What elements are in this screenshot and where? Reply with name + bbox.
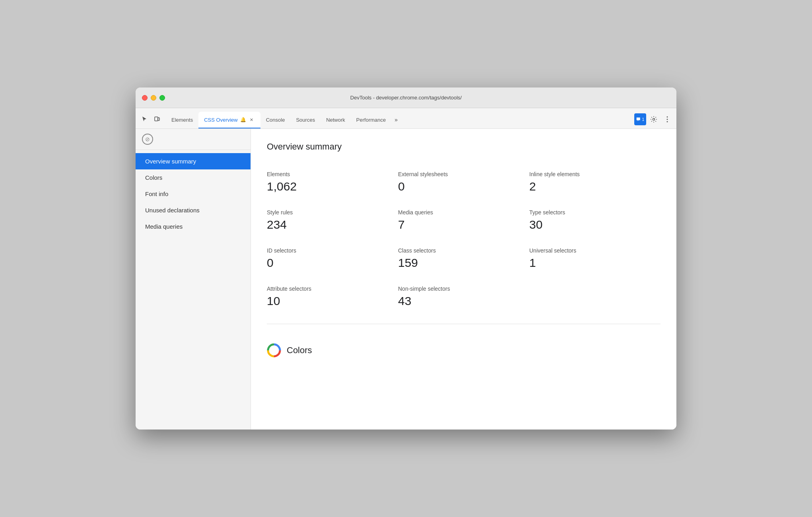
close-button[interactable]: [142, 95, 148, 101]
stat-style-rules-label: Style rules: [267, 209, 398, 216]
devtools-window: DevTools - developer.chrome.com/tags/dev…: [136, 87, 676, 430]
colors-circle-icon: [267, 343, 281, 358]
svg-point-4: [667, 119, 668, 120]
tab-sources-label: Sources: [296, 117, 315, 123]
bell-icon: 🔔: [240, 117, 246, 122]
sidebar-item-media-queries-label: Media queries: [145, 223, 183, 230]
more-tabs-button[interactable]: »: [391, 112, 401, 128]
stat-media-queries-value: 7: [398, 218, 529, 231]
tab-network[interactable]: Network: [321, 112, 351, 128]
tab-right-icons: 1: [634, 113, 673, 128]
colors-section: Colors: [267, 334, 660, 361]
stat-external-stylesheets-label: External stylesheets: [398, 171, 529, 177]
stat-row-4: Attribute selectors 10 Non-simple select…: [267, 279, 660, 314]
tab-elements-label: Elements: [171, 117, 193, 123]
stat-style-rules-value: 234: [267, 218, 398, 231]
tab-sources[interactable]: Sources: [290, 112, 321, 128]
svg-rect-1: [158, 118, 159, 121]
tab-css-overview[interactable]: CSS Overview 🔔 ✕: [198, 112, 260, 128]
content-area[interactable]: Overview summary Elements 1,062 External…: [251, 129, 676, 430]
stat-elements: Elements 1,062: [267, 165, 398, 200]
stat-class-selectors-value: 159: [398, 256, 529, 270]
svg-point-3: [667, 117, 668, 118]
stat-style-rules: Style rules 234: [267, 203, 398, 238]
tab-performance-label: Performance: [356, 117, 386, 123]
device-icon[interactable]: [152, 113, 163, 124]
stat-non-simple-selectors: Non-simple selectors 43: [398, 279, 529, 314]
sidebar-item-colors-label: Colors: [145, 174, 162, 181]
stat-inline-style-elements: Inline style elements 2: [529, 165, 660, 200]
stat-id-selectors-label: ID selectors: [267, 247, 398, 254]
window-title: DevTools - developer.chrome.com/tags/dev…: [350, 95, 462, 101]
stat-type-selectors: Type selectors 30: [529, 203, 660, 238]
tab-performance[interactable]: Performance: [351, 112, 391, 128]
minimize-button[interactable]: [151, 95, 156, 101]
tab-network-label: Network: [326, 117, 345, 123]
stat-attribute-selectors: Attribute selectors 10: [267, 279, 398, 314]
stat-universal-selectors-value: 1: [529, 256, 660, 270]
stat-elements-label: Elements: [267, 171, 398, 177]
sidebar-item-unused-declarations[interactable]: Unused declarations: [136, 202, 251, 218]
stat-inline-style-elements-label: Inline style elements: [529, 171, 660, 177]
tab-console-label: Console: [266, 117, 285, 123]
sidebar-item-font-info[interactable]: Font info: [136, 186, 251, 202]
traffic-lights: [142, 95, 165, 101]
main-area: ⊘ Overview summary Colors Font info Unus…: [136, 129, 676, 430]
chat-count: 1: [642, 117, 644, 122]
stat-row-3: ID selectors 0 Class selectors 159 Unive…: [267, 241, 660, 276]
stat-id-selectors: ID selectors 0: [267, 241, 398, 276]
tab-elements[interactable]: Elements: [166, 112, 198, 128]
sidebar-item-media-queries[interactable]: Media queries: [136, 218, 251, 235]
chat-button[interactable]: 1: [634, 113, 646, 125]
settings-icon[interactable]: [648, 113, 660, 125]
stat-universal-selectors-label: Universal selectors: [529, 247, 660, 254]
sidebar-item-overview-summary-label: Overview summary: [145, 158, 196, 165]
sidebar: ⊘ Overview summary Colors Font info Unus…: [136, 129, 251, 430]
tab-css-overview-label: CSS Overview: [204, 117, 238, 123]
tabbar: Elements CSS Overview 🔔 ✕ Console Source…: [136, 108, 676, 129]
kebab-menu-icon[interactable]: [661, 113, 673, 125]
stat-type-selectors-label: Type selectors: [529, 209, 660, 216]
sidebar-item-colors[interactable]: Colors: [136, 169, 251, 186]
stat-media-queries: Media queries 7: [398, 203, 529, 238]
block-icon[interactable]: ⊘: [142, 134, 153, 145]
stat-external-stylesheets-value: 0: [398, 180, 529, 193]
tab-console[interactable]: Console: [260, 112, 291, 128]
stat-universal-selectors: Universal selectors 1: [529, 241, 660, 276]
svg-point-2: [653, 119, 655, 121]
stat-non-simple-selectors-label: Non-simple selectors: [398, 286, 529, 292]
stat-attribute-selectors-label: Attribute selectors: [267, 286, 398, 292]
maximize-button[interactable]: [159, 95, 165, 101]
cursor-icon[interactable]: [139, 113, 150, 124]
titlebar: DevTools - developer.chrome.com/tags/dev…: [136, 87, 676, 108]
svg-rect-0: [155, 117, 158, 121]
stat-type-selectors-value: 30: [529, 218, 660, 231]
svg-point-5: [667, 121, 668, 122]
sidebar-item-overview-summary[interactable]: Overview summary: [136, 153, 251, 169]
stat-class-selectors-label: Class selectors: [398, 247, 529, 254]
tool-icons: [139, 113, 163, 128]
stat-media-queries-label: Media queries: [398, 209, 529, 216]
stat-inline-style-elements-value: 2: [529, 180, 660, 193]
stat-elements-value: 1,062: [267, 180, 398, 193]
sidebar-item-font-info-label: Font info: [145, 190, 168, 197]
stat-non-simple-selectors-value: 43: [398, 294, 529, 308]
stat-id-selectors-value: 0: [267, 256, 398, 270]
stat-row-2: Style rules 234 Media queries 7 Type sel…: [267, 203, 660, 238]
stat-class-selectors: Class selectors 159: [398, 241, 529, 276]
stat-external-stylesheets: External stylesheets 0: [398, 165, 529, 200]
content-inner: Overview summary Elements 1,062 External…: [251, 129, 676, 373]
page-title: Overview summary: [267, 142, 660, 152]
stat-row-1: Elements 1,062 External stylesheets 0 In…: [267, 165, 660, 200]
section-divider: [267, 324, 660, 324]
stat-empty: [529, 279, 660, 314]
tab-close-button[interactable]: ✕: [249, 117, 255, 123]
sidebar-nav: Overview summary Colors Font info Unused…: [136, 150, 251, 430]
colors-section-label: Colors: [287, 345, 312, 356]
sidebar-item-unused-declarations-label: Unused declarations: [145, 207, 200, 214]
stat-attribute-selectors-value: 10: [267, 294, 398, 308]
sidebar-top: ⊘: [136, 129, 251, 150]
